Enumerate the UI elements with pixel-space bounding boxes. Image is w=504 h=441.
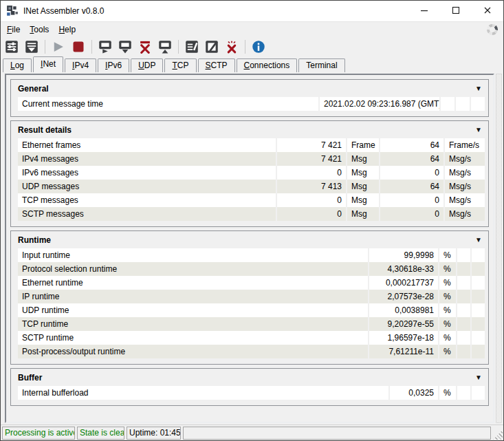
- table-row: UDP runtime0,0038981%: [18, 303, 485, 317]
- toolbar-separator: [178, 40, 179, 54]
- info-icon: [252, 40, 265, 54]
- section-result-details: Result details▼Ethernet frames7 421Frame…: [10, 120, 489, 227]
- row-label: IP runtime: [18, 290, 368, 303]
- section-runtime: Runtime▼Input runtime99,9998%Protocol se…: [10, 230, 489, 365]
- tab-ipv4[interactable]: IPv4: [65, 58, 96, 72]
- toolbar: [1, 37, 503, 56]
- row-value: 7,61211e-11: [369, 345, 438, 358]
- info-button[interactable]: [250, 39, 267, 55]
- collapse-arrow-icon[interactable]: ▼: [475, 126, 482, 134]
- menu-items: FileToolsHelp: [2, 22, 80, 37]
- collapse-arrow-icon[interactable]: ▼: [475, 374, 482, 382]
- section-header: Result details▼: [11, 122, 488, 138]
- status-panel: Processing is active: [2, 427, 75, 440]
- collapse-arrow-icon[interactable]: ▼: [475, 236, 482, 244]
- row-cell-empty: [441, 97, 454, 111]
- row-unit: %: [439, 248, 456, 262]
- row-cell-empty: [457, 303, 470, 317]
- row-unit: Frame: [347, 138, 379, 152]
- tab-tcp[interactable]: TCP: [164, 58, 196, 72]
- row-value: 0: [277, 193, 346, 207]
- row-value: 1,96597e-18: [369, 331, 438, 345]
- row-unit: %: [439, 290, 456, 303]
- input-settings-icon: [5, 40, 19, 54]
- row-value: 0: [380, 207, 443, 221]
- row-cell-empty: [457, 248, 470, 262]
- output-settings-button[interactable]: [23, 39, 41, 55]
- toolbar-separator: [91, 40, 92, 54]
- status-bar: Processing is activeState is cleanUptime…: [1, 424, 503, 440]
- run-file-icon: [98, 40, 112, 54]
- section-rows: Input runtime99,9998%Protocol selection …: [18, 248, 485, 358]
- row-unit: Msg/s: [445, 207, 485, 221]
- play-button[interactable]: [50, 39, 67, 55]
- content-panel: General▼Current message time2021.02.02 0…: [5, 74, 494, 423]
- row-label: Internal bufferload: [18, 386, 388, 400]
- collapse-arrow-icon[interactable]: ▼: [475, 85, 482, 93]
- row-unit: %: [439, 386, 456, 400]
- menu-item-help[interactable]: Help: [54, 22, 80, 37]
- app-icon: [6, 5, 19, 17]
- row-unit: %: [439, 331, 456, 345]
- row-unit: Msg: [347, 166, 379, 180]
- menu-item-file[interactable]: File: [2, 22, 25, 37]
- play-icon: [52, 40, 65, 54]
- row-label: TCP messages: [18, 193, 276, 207]
- row-label: UDP messages: [18, 180, 276, 193]
- section-title: Runtime: [18, 235, 51, 245]
- status-panel: [183, 427, 491, 440]
- stop-icon: [72, 40, 85, 54]
- window-title: INet Assembler v0.8.0: [23, 6, 408, 16]
- menu-bar: FileToolsHelp: [1, 21, 503, 37]
- row-cell-empty: [457, 290, 470, 303]
- row-cell-empty: [472, 303, 485, 317]
- input-settings-button[interactable]: [3, 39, 21, 55]
- edit-settings-button[interactable]: [183, 39, 201, 55]
- row-unit: Msg: [347, 152, 379, 166]
- toolbar-separator: [45, 40, 45, 54]
- tab-inet[interactable]: INet: [33, 56, 63, 72]
- run-file-button[interactable]: [96, 39, 114, 55]
- tab-ipv6[interactable]: IPv6: [98, 58, 129, 72]
- delete-edits-button[interactable]: [223, 39, 241, 55]
- row-cell-empty: [457, 331, 470, 345]
- maximize-button[interactable]: [440, 1, 472, 21]
- table-row: Ethernet frames7 421Frame64Frame/s: [18, 138, 485, 152]
- tab-connections[interactable]: Connections: [237, 58, 298, 72]
- section-general: General▼Current message time2021.02.02 0…: [10, 79, 489, 117]
- row-cell-empty: [472, 290, 485, 303]
- row-value: 0,0038981: [369, 303, 438, 317]
- minimize-button[interactable]: [408, 1, 440, 21]
- vertical-scrollbar[interactable]: [496, 74, 502, 423]
- import-file-button[interactable]: [116, 39, 134, 55]
- tab-sctp[interactable]: SCTP: [198, 58, 235, 72]
- title-bar: INet Assembler v0.8.0: [1, 1, 503, 21]
- section-buffer: Buffer▼Internal bufferload0,0325%: [10, 368, 489, 406]
- edit-file-button[interactable]: [203, 39, 221, 55]
- maximize-icon: [450, 5, 461, 18]
- row-cell-empty: [457, 386, 470, 400]
- table-row: Protocol selection runtime4,30618e-33%: [18, 262, 485, 276]
- export-file-button[interactable]: [156, 39, 174, 55]
- row-cell-empty: [472, 331, 485, 345]
- table-row: SCTP runtime1,96597e-18%: [18, 331, 485, 345]
- section-rows: Internal bufferload0,0325%: [18, 386, 485, 400]
- tab-log[interactable]: Log: [3, 58, 32, 72]
- table-row: Ethernet runtime0,000217737%: [18, 276, 485, 290]
- resize-grip[interactable]: [493, 430, 503, 440]
- stop-button[interactable]: [69, 39, 87, 55]
- tab-terminal[interactable]: Terminal: [298, 58, 344, 72]
- row-cell-empty: [472, 386, 485, 400]
- table-row: IPv4 messages7 421Msg64Msg/s: [18, 152, 485, 166]
- tab-udp[interactable]: UDP: [131, 58, 163, 72]
- busy-spinner-icon: [487, 24, 498, 35]
- row-value: 0: [277, 166, 346, 180]
- status-panel: State is clean: [77, 427, 124, 440]
- clear-file-button[interactable]: [136, 39, 154, 55]
- row-label: UDP runtime: [18, 303, 368, 317]
- row-cell-empty: [472, 276, 485, 290]
- table-row: UDP messages7 413Msg64Msg/s: [18, 180, 485, 193]
- menu-item-tools[interactable]: Tools: [25, 22, 54, 37]
- row-value: 0,0325: [390, 386, 438, 400]
- close-button[interactable]: [472, 1, 503, 21]
